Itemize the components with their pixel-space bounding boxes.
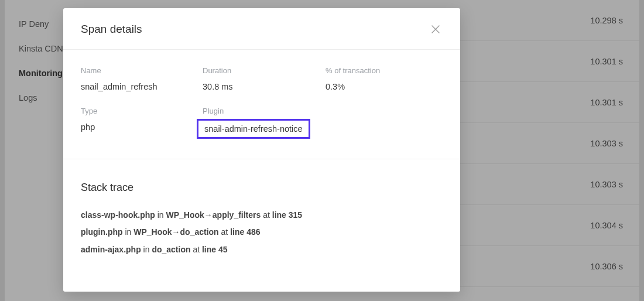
stack-fn: do_action xyxy=(152,245,190,254)
value-name: snail_admin_refresh xyxy=(81,82,203,95)
divider xyxy=(63,159,460,159)
stack-trace-title: Stack trace xyxy=(81,182,443,194)
value-pct: 0.3% xyxy=(326,82,443,95)
stack-line: class-wp-hook.php in WP_Hook→apply_filte… xyxy=(81,207,443,224)
span-details-modal: Span details Name Duration % of transact… xyxy=(63,8,460,292)
label-plugin: Plugin xyxy=(203,97,326,120)
stack-file: plugin.php xyxy=(81,227,123,237)
label-duration: Duration xyxy=(203,66,326,80)
value-type: php xyxy=(81,122,203,142)
stack-file: class-wp-hook.php xyxy=(81,210,155,220)
close-button[interactable] xyxy=(429,22,443,36)
details-grid: Name Duration % of transaction snail_adm… xyxy=(81,66,443,142)
stack-file: admin-ajax.php xyxy=(81,245,141,254)
stack-line-no: line 486 xyxy=(230,227,260,237)
value-duration: 30.8 ms xyxy=(203,82,326,95)
stack-line-no: line 45 xyxy=(202,245,228,254)
label-pct: % of transaction xyxy=(326,66,443,80)
close-icon xyxy=(431,25,440,33)
modal-header: Span details xyxy=(63,8,460,50)
stack-line-no: line 315 xyxy=(272,210,302,220)
label-name: Name xyxy=(81,66,203,80)
value-plugin: snail-admin-refresh-notice xyxy=(197,119,310,139)
modal-title: Span details xyxy=(81,23,142,36)
stack-fn: WP_Hook→apply_filters xyxy=(166,210,261,220)
value-plugin-wrap: snail-admin-refresh-notice xyxy=(203,122,326,142)
stack-fn: WP_Hook→do_action xyxy=(133,227,218,237)
stack-line: admin-ajax.php in do_action at line 45 xyxy=(81,241,443,258)
modal-body: Name Duration % of transaction snail_adm… xyxy=(63,50,460,276)
stack-line: plugin.php in WP_Hook→do_action at line … xyxy=(81,224,443,241)
label-type: Type xyxy=(81,97,203,120)
